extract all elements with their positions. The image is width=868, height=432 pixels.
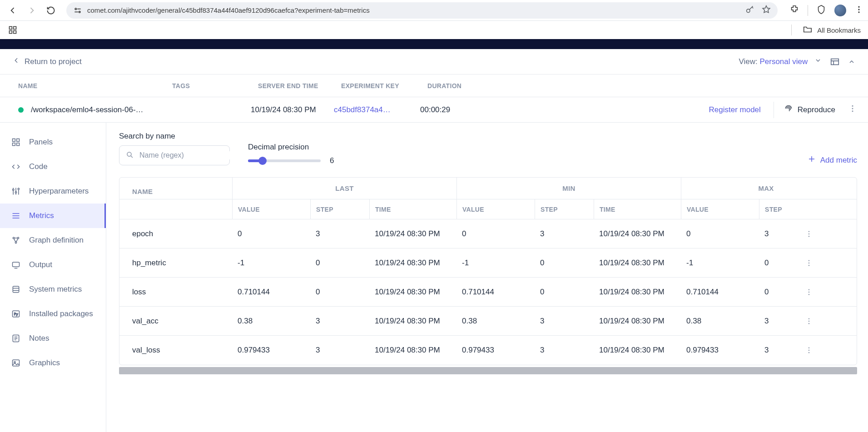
sidebar-item-code[interactable]: Code	[0, 154, 106, 179]
min-value: 0.710144	[456, 278, 535, 306]
more-icon[interactable]	[848, 104, 857, 115]
sidebar-item-label: Installed packages	[29, 309, 93, 318]
search-input[interactable]	[139, 151, 230, 159]
sidebar-item-hyperparameters[interactable]: Hyperparameters	[0, 179, 106, 204]
svg-point-40	[808, 294, 809, 295]
svg-point-39	[808, 291, 809, 292]
url-bar[interactable]: comet.com/ajithvcoder/general/c45bdf8374…	[66, 2, 778, 19]
kebab-icon[interactable]	[854, 5, 863, 15]
svg-point-23	[15, 242, 16, 243]
min-step: 3	[535, 219, 594, 248]
return-to-project-link[interactable]: Return to project	[13, 57, 82, 66]
last-value: -1	[232, 248, 310, 277]
extensions-icon[interactable]	[789, 5, 799, 16]
search-label: Search by name	[119, 132, 230, 141]
svg-point-37	[808, 265, 809, 266]
sidebar-item-output[interactable]: Output	[0, 253, 106, 277]
svg-point-2	[747, 9, 750, 12]
min-step: 3	[535, 307, 594, 335]
svg-rect-9	[14, 31, 16, 34]
reproduce-button[interactable]: Reproduce	[774, 102, 835, 118]
search-input-wrapper[interactable]	[119, 145, 230, 165]
svg-rect-6	[10, 27, 12, 30]
horizontal-scrollbar[interactable]	[119, 367, 857, 374]
back-icon[interactable]	[5, 2, 21, 19]
key-icon[interactable]	[745, 5, 755, 16]
system-icon	[11, 284, 21, 294]
svg-point-34	[808, 236, 809, 237]
sidebar-item-graphics[interactable]: Graphics	[0, 351, 106, 375]
svg-point-44	[808, 348, 809, 348]
svg-point-32	[808, 231, 809, 232]
sidebar-item-system-metrics[interactable]: System metrics	[0, 277, 106, 302]
notes-icon	[11, 333, 21, 343]
sidebar-item-label: System metrics	[29, 285, 82, 294]
add-metric-button[interactable]: Add metric	[808, 155, 857, 165]
svg-point-46	[808, 352, 809, 353]
browser-toolbar: comet.com/ajithvcoder/general/c45bdf8374…	[0, 0, 868, 21]
sidebar-item-metrics[interactable]: Metrics	[0, 204, 106, 228]
svg-rect-25	[13, 286, 19, 292]
min-time: 10/19/24 08:30 PM	[594, 278, 681, 306]
row-more-icon[interactable]	[800, 219, 818, 248]
svg-text:Py: Py	[14, 312, 19, 316]
sidebar-item-graph-definition[interactable]: Graph definition	[0, 228, 106, 253]
sidebar: Panels Code Hyperparameters Metrics Grap…	[0, 123, 106, 432]
min-time: 10/19/24 08:30 PM	[594, 336, 681, 365]
all-bookmarks-link[interactable]: All Bookmarks	[817, 26, 861, 34]
row-more-icon[interactable]	[800, 278, 818, 306]
col-exp-key: EXPERIMENT KEY	[341, 82, 427, 89]
precision-slider[interactable]	[248, 159, 321, 162]
svg-point-20	[18, 188, 19, 189]
last-step: 0	[310, 278, 369, 306]
sidebar-item-panels[interactable]: Panels	[0, 130, 106, 154]
profile-avatar[interactable]	[834, 5, 846, 16]
sidebar-item-label: Metrics	[29, 211, 54, 220]
sidebar-item-label: Graph definition	[29, 236, 84, 245]
main-pane: Search by name Decimal precision 6 Add m…	[106, 123, 868, 432]
experiment-name[interactable]: /workspace/emlo4-session-06-…	[31, 105, 144, 114]
view-label: View:	[739, 57, 759, 66]
register-model-link[interactable]: Register model	[709, 105, 761, 114]
sidebar-item-label: Notes	[29, 334, 49, 343]
max-value: 0.979433	[681, 336, 759, 365]
last-value: 0.710144	[232, 278, 310, 306]
image-icon	[11, 358, 21, 368]
reload-icon[interactable]	[43, 2, 59, 19]
last-time: 10/19/24 08:30 PM	[369, 248, 456, 277]
row-more-icon[interactable]	[800, 307, 818, 335]
max-value: 0	[681, 219, 759, 248]
metrics-icon	[11, 211, 21, 221]
site-settings-icon[interactable]	[73, 5, 83, 15]
metric-name: loss	[119, 278, 232, 306]
sidebar-item-installed-packages[interactable]: PyInstalled packages	[0, 302, 106, 326]
table-row: epoch0310/19/24 08:30 PM0310/19/24 08:30…	[119, 219, 857, 248]
svg-point-21	[13, 237, 14, 238]
min-value: 0.979433	[456, 336, 535, 365]
svg-point-13	[852, 110, 853, 112]
row-more-icon[interactable]	[800, 248, 818, 277]
view-selector[interactable]: View: Personal view	[739, 57, 822, 66]
duration-value: 00:00:29	[420, 105, 450, 114]
svg-rect-29	[13, 360, 20, 366]
layout-icon[interactable]	[830, 57, 840, 67]
row-more-icon[interactable]	[800, 336, 818, 365]
forward-icon[interactable]	[24, 2, 40, 19]
chevron-up-icon[interactable]	[848, 58, 855, 65]
last-step: 3	[310, 219, 369, 248]
sidebar-item-label: Code	[29, 162, 48, 171]
experiment-key-link[interactable]: c45bdf8374a4…	[334, 105, 420, 114]
star-icon[interactable]	[761, 5, 771, 16]
svg-point-18	[13, 189, 14, 190]
max-step: 3	[759, 307, 800, 335]
bookmarks-bar: All Bookmarks	[0, 21, 868, 39]
th-last-value: VALUE	[232, 199, 310, 219]
last-step: 3	[310, 336, 369, 365]
sliders-icon	[11, 186, 21, 196]
th-name: NAME	[119, 178, 232, 199]
brave-icon[interactable]	[816, 5, 826, 16]
apps-icon[interactable]	[7, 25, 18, 35]
sidebar-item-notes[interactable]: Notes	[0, 326, 106, 351]
col-name: NAME	[18, 82, 172, 89]
graph-icon	[11, 235, 21, 245]
